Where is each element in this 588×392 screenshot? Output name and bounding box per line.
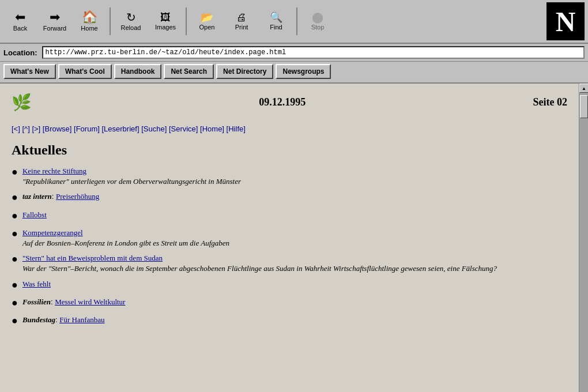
article-content: Keine rechte Stiftung "Republikaner" unt…: [22, 166, 567, 187]
whats-cool-button[interactable]: What's Cool: [58, 64, 112, 79]
forward-icon: ➡: [50, 11, 60, 24]
reload-icon: ↻: [126, 12, 136, 23]
print-button[interactable]: 🖨 Print: [225, 6, 258, 36]
article-list: ● Keine rechte Stiftung "Republikaner" u…: [12, 166, 567, 328]
whats-new-button[interactable]: What's New: [3, 64, 56, 79]
list-item: ● Fossilien: Messel wird Weltkultur: [12, 297, 567, 310]
bullet-icon: ●: [12, 314, 18, 328]
home-icon: 🏠: [82, 11, 97, 24]
handbook-button[interactable]: Handbook: [114, 64, 162, 79]
article-subtitle: Auf der Bosnien–Konferenz in London gibt…: [22, 238, 567, 248]
section-heading: Aktuelles: [12, 142, 567, 158]
toolbar: ⬅ Back ➡ Forward 🏠 Home ↻ Reload 🖼 Image…: [0, 0, 588, 44]
back-button[interactable]: ⬅ Back: [3, 6, 37, 36]
nav-hilfe-link[interactable]: [Hilfe]: [227, 125, 246, 133]
nav-forward-link[interactable]: [>]: [32, 125, 40, 133]
nav-up-link[interactable]: [^]: [22, 125, 29, 133]
reload-label: Reload: [121, 24, 141, 31]
images-label: Images: [155, 24, 176, 31]
separator-1: [110, 7, 111, 35]
list-item: ● Fallobst: [12, 210, 567, 223]
content-area: 🌿 09.12.1995 Seite 02 [<] [^] [>] [Brows…: [0, 84, 579, 392]
nav-forum-link[interactable]: [Forum]: [74, 125, 100, 133]
content-nav-links: [<] [^] [>] [Browse] [Forum] [Leserbrief…: [12, 125, 567, 133]
print-icon: 🖨: [236, 12, 247, 22]
back-icon: ⬅: [15, 11, 25, 24]
content-header: 🌿 09.12.1995 Seite 02: [12, 93, 567, 116]
content-page: Seite 02: [533, 96, 567, 108]
location-label: Location:: [3, 48, 37, 57]
back-label: Back: [13, 25, 27, 32]
article-link[interactable]: Keine rechte Stiftung: [22, 167, 86, 175]
list-item: ● Keine rechte Stiftung "Republikaner" u…: [12, 166, 567, 187]
forward-label: Forward: [43, 25, 66, 32]
article-content: Fossilien: Messel wird Weltkultur: [22, 297, 567, 307]
article-link[interactable]: Für Hanfanbau: [59, 315, 104, 324]
list-item: ● "Stern" hat ein Beweisproblem mit dem …: [12, 253, 567, 274]
separator-3: [296, 7, 297, 35]
article-content: Bundestag: Für Hanfanbau: [22, 315, 567, 325]
home-label: Home: [81, 25, 97, 32]
list-item: ● Was fehlt: [12, 279, 567, 292]
net-directory-button[interactable]: Net Directory: [216, 64, 273, 79]
bullet-icon: ●: [12, 227, 18, 241]
nav-leserbrief-link[interactable]: [Leserbrief]: [101, 125, 139, 133]
newsgroups-button[interactable]: Newsgroups: [276, 64, 331, 79]
taz-logo: 🌿: [12, 93, 32, 112]
bullet-icon: ●: [12, 165, 18, 179]
nav-back-link[interactable]: [<]: [12, 125, 20, 133]
scrollbar[interactable]: ▲ ▼: [579, 84, 588, 392]
nav-browse-link[interactable]: [Browse]: [43, 125, 72, 133]
article-link[interactable]: Messel wird Weltkultur: [55, 297, 125, 306]
article-link[interactable]: Fallobst: [22, 210, 47, 219]
bullet-icon: ●: [12, 278, 18, 292]
stop-label: Stop: [311, 24, 325, 31]
location-input[interactable]: [42, 46, 585, 59]
article-content: Fallobst: [22, 210, 567, 220]
nav-buttons-bar: What's New What's Cool Handbook Net Sear…: [0, 62, 588, 84]
stop-button[interactable]: ⬤ Stop: [301, 6, 334, 36]
images-icon: 🖼: [160, 12, 171, 22]
list-item: ● Bundestag: Für Hanfanbau: [12, 315, 567, 328]
open-label: Open: [199, 24, 215, 31]
logo-letter: N: [556, 6, 576, 37]
article-content: "Stern" hat ein Beweisproblem mit dem Su…: [22, 253, 567, 274]
nav-service-link[interactable]: [Service]: [169, 125, 198, 133]
article-content: Kompetenzgerangel Auf der Bosnien–Konfer…: [22, 228, 567, 248]
bullet-icon: ●: [12, 296, 18, 310]
reload-button[interactable]: ↻ Reload: [114, 6, 148, 36]
article-link[interactable]: Kompetenzgerangel: [22, 228, 83, 237]
article-link[interactable]: Was fehlt: [22, 280, 51, 288]
net-search-button[interactable]: Net Search: [164, 64, 214, 79]
separator-2: [186, 7, 187, 35]
find-icon: 🔍: [270, 12, 282, 22]
stop-icon: ⬤: [312, 12, 323, 22]
article-link[interactable]: Preiserhöhung: [56, 192, 99, 201]
content-wrapper: 🌿 09.12.1995 Seite 02 [<] [^] [>] [Brows…: [0, 84, 588, 392]
find-button[interactable]: 🔍 Find: [259, 6, 293, 36]
article-label: Bundestag: [22, 315, 55, 324]
scroll-up-arrow[interactable]: ▲: [579, 84, 588, 93]
list-item: ● taz intern: Preiserhöhung: [12, 191, 567, 205]
open-button[interactable]: 📂 Open: [190, 6, 224, 36]
article-label: taz intern: [22, 192, 52, 201]
nav-suche-link[interactable]: [Suche]: [141, 125, 167, 133]
location-bar: Location:: [0, 44, 588, 62]
bullet-icon: ●: [12, 252, 18, 266]
bullet-icon: ●: [12, 190, 18, 205]
home-button[interactable]: 🏠 Home: [73, 6, 106, 36]
article-subtitle: War der "Stern"–Bericht, wonach die im S…: [22, 263, 567, 274]
find-label: Find: [270, 24, 282, 31]
list-item: ● Kompetenzgerangel Auf der Bosnien–Konf…: [12, 228, 567, 248]
content-date: 09.12.1995: [32, 96, 533, 108]
forward-button[interactable]: ➡ Forward: [38, 6, 71, 36]
scrollbar-track[interactable]: [579, 93, 588, 392]
print-label: Print: [235, 24, 248, 31]
netscape-logo: N: [546, 2, 585, 40]
article-subtitle: "Republikaner" unterliegen vor dem Oberv…: [22, 176, 567, 187]
nav-home-link[interactable]: [Home]: [200, 125, 224, 133]
scrollbar-thumb[interactable]: [580, 95, 588, 118]
article-link[interactable]: "Stern" hat ein Beweisproblem mit dem Su…: [22, 254, 163, 262]
article-label: Fossilien: [22, 297, 51, 306]
images-button[interactable]: 🖼 Images: [149, 6, 182, 36]
